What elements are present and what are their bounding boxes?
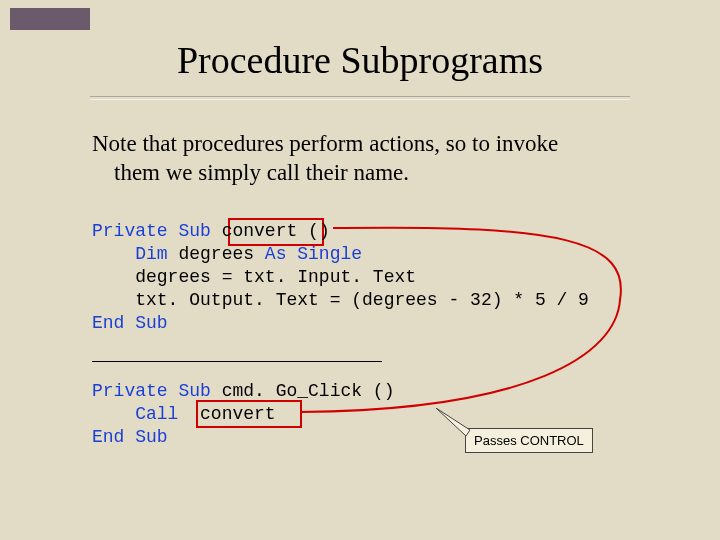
callout-label: Passes CONTROL bbox=[474, 433, 584, 448]
slide-container: Procedure Subprograms Note that procedur… bbox=[0, 0, 720, 540]
connector-arrow bbox=[0, 0, 720, 540]
callout-tail-icon bbox=[436, 408, 476, 438]
svg-marker-0 bbox=[436, 408, 470, 436]
callout-box: Passes CONTROL bbox=[465, 428, 593, 453]
